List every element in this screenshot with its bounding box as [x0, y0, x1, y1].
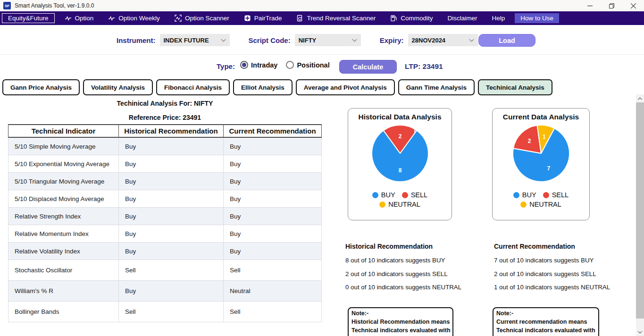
- menu-item-label: Help: [492, 15, 505, 22]
- load-button[interactable]: Load: [478, 34, 535, 47]
- tab-fibonacci-analysis[interactable]: Fibonacci Analysis: [156, 79, 230, 95]
- menu-item-disclaimer[interactable]: Disclaimer: [443, 13, 482, 23]
- menu-item-label: Equity&Future: [8, 15, 49, 22]
- current-chart-legend: BUYSELLNEUTRAL: [493, 191, 589, 208]
- table-cell: Sell: [224, 302, 322, 322]
- chevron-up-icon: [638, 97, 642, 100]
- menu-bar: Equity&FutureOptionOption WeeklyOption S…: [0, 11, 644, 25]
- menu-item-pairtrade[interactable]: PairTrade: [239, 13, 287, 23]
- table-row: Relative Momentum IndexBuyBuy: [8, 225, 322, 243]
- legend-label: SELL: [552, 191, 569, 199]
- radio-label: Positional: [297, 61, 329, 69]
- scroll-down-button[interactable]: [636, 328, 644, 336]
- legend-dot-neutral: [520, 202, 527, 208]
- header-historical-recommendation: Historical Recommendation: [119, 124, 224, 138]
- tab-elliot-analysis[interactable]: Elliot Analysis: [233, 79, 293, 95]
- pie-value-label: 8: [398, 167, 401, 174]
- restore-button[interactable]: [601, 0, 622, 11]
- menu-item-equity-future[interactable]: Equity&Future: [2, 13, 55, 23]
- menu-item-trend-reversal-scanner[interactable]: Trend Reversal Scanner: [292, 13, 380, 23]
- menu-item-option-weekly[interactable]: Option Weekly: [103, 13, 165, 23]
- pie-value-label: 7: [547, 165, 550, 172]
- table-cell: Buy: [224, 173, 322, 190]
- historical-pie-chart: 208: [365, 122, 435, 191]
- chevron-down-icon: [469, 37, 474, 42]
- vertical-scrollbar[interactable]: [636, 94, 644, 336]
- menu-item-label: Option: [75, 15, 94, 22]
- table-cell: Buy: [119, 138, 224, 155]
- table-row: 5/10 Displaced Moving AverageBuyBuy: [8, 190, 322, 208]
- menu-item-help[interactable]: Help: [487, 13, 510, 23]
- historical-chart-legend: BUYSELLNEUTRAL: [348, 191, 452, 208]
- menu-item-option[interactable]: Option: [60, 13, 99, 23]
- summary-line: 7 out of 10 indicators suggests BUY: [494, 257, 636, 264]
- table-row: 5/10 Exponential Moving AverageBuyBuy: [8, 155, 322, 173]
- note-line: Technical indicators evaluated with: [496, 326, 595, 335]
- ltp-value: LTP: 23491: [405, 62, 443, 71]
- table-row: 5/10 Triangular Moving AverageBuyBuy: [8, 173, 322, 190]
- toolbar: Instrument: INDEX FUTURE Script Code: NI…: [0, 25, 644, 55]
- minimize-button[interactable]: [579, 0, 601, 11]
- instrument-dropdown[interactable]: INDEX FUTURE: [160, 34, 230, 46]
- table-cell: Stochastic Oscillator: [8, 260, 119, 281]
- table-cell: Buy: [224, 138, 322, 155]
- instrument-label: Instrument:: [117, 36, 156, 44]
- close-button[interactable]: [622, 0, 644, 11]
- script-code-dropdown[interactable]: NIFTY: [295, 34, 361, 46]
- radio-dot-positional[interactable]: [286, 61, 294, 69]
- menu-item-label: Commodity: [401, 15, 433, 22]
- table-cell: Buy: [224, 225, 322, 243]
- tab-techinical-analysis[interactable]: Techinical Analysis: [478, 79, 552, 95]
- expiry-dropdown[interactable]: 28NOV2024: [408, 34, 478, 46]
- table-row: Relative Volatility IndexBuyBuy: [8, 243, 322, 260]
- menu-item-option-scanner[interactable]: Option Scanner: [170, 13, 234, 23]
- tab-gann-time-analysis[interactable]: Gann Time Analysis: [398, 79, 475, 95]
- table-cell: Buy: [119, 173, 224, 190]
- legend-item-sell: SELL: [402, 191, 427, 199]
- menu-item-label: Disclaimer: [448, 15, 477, 22]
- note-line: Note:-: [351, 309, 450, 318]
- summary-line: 1 out of 10 indicators suggests NEUTRAL: [494, 284, 636, 291]
- radio-positional[interactable]: Positional: [286, 61, 329, 69]
- historical-note: Note:-Historical Recommendation meansTec…: [348, 307, 453, 336]
- legend-label: BUY: [381, 191, 395, 199]
- table-cell: Buy: [119, 243, 224, 260]
- menu-item-how-to-use[interactable]: How to Use: [515, 13, 559, 23]
- script-code-label: Script Code:: [249, 36, 291, 44]
- radio-dot-intraday[interactable]: [240, 61, 248, 69]
- summary-title: Historical Recommendation: [345, 243, 482, 250]
- table-cell: Buy: [224, 190, 322, 208]
- calculate-button[interactable]: Calculate: [339, 60, 397, 74]
- pair-trade-icon: [244, 15, 251, 22]
- menu-item-commodity[interactable]: Commodity: [385, 13, 437, 23]
- legend-label: SELL: [411, 191, 427, 199]
- minimize-icon: [587, 3, 593, 8]
- table-cell: Buy: [224, 208, 322, 225]
- tab-volatility-analysis[interactable]: Volatility Analysis: [83, 79, 153, 95]
- table-cell: Neutral: [224, 281, 322, 302]
- indicator-table: Technical Indicator Historical Recommend…: [8, 124, 322, 322]
- tab-average-and-pivot-analysis[interactable]: Average and Pivot Analysis: [296, 79, 395, 95]
- chevron-down-icon: [221, 37, 226, 42]
- current-chart-title: Current Data Analysis: [493, 113, 589, 121]
- legend-item-buy: BUY: [372, 191, 395, 199]
- radio-label: Intraday: [251, 61, 277, 69]
- table-cell: Relative Momentum Index: [8, 225, 119, 243]
- historical-summary: Historical Recommendation8 out of 10 ind…: [345, 243, 482, 297]
- tab-gann-price-analysis[interactable]: Gann Price Analysis: [2, 79, 80, 95]
- current-pie-chart: 217: [506, 122, 577, 191]
- expiry-label: Expiry:: [380, 36, 404, 44]
- scrollbar-thumb[interactable]: [636, 102, 644, 319]
- table-row: William's % RBuyNeutral: [8, 281, 322, 302]
- current-summary: Current Recommendation7 out of 10 indica…: [494, 243, 636, 297]
- current-analysis-card: Current Data Analysis 217 BUYSELLNEUTRAL: [492, 108, 590, 220]
- table-row: Relative Strength IndexBuyBuy: [8, 208, 322, 225]
- legend-dot-neutral: [379, 202, 385, 208]
- radio-intraday[interactable]: Intraday: [240, 61, 277, 69]
- scroll-up-button[interactable]: [636, 94, 644, 102]
- pie-value-label: 2: [527, 138, 531, 144]
- table-row: Bollinger BandsSellSell: [8, 302, 322, 322]
- legend-item-neutral: NEUTRAL: [379, 201, 420, 208]
- pie-value-label: 1: [542, 134, 545, 140]
- document-refresh-icon: [296, 15, 303, 22]
